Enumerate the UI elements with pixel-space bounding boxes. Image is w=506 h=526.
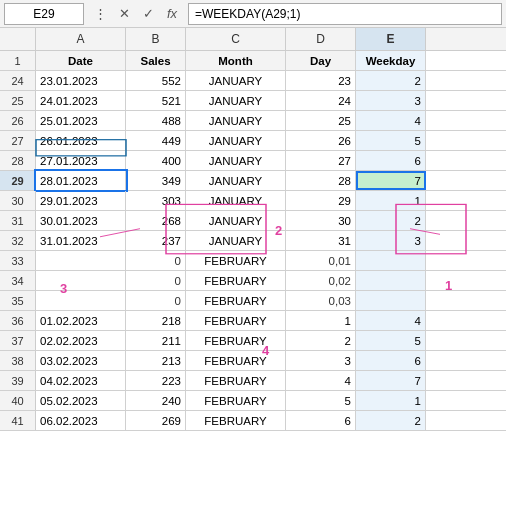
cell-35e[interactable] (356, 291, 426, 310)
col-header-e[interactable]: E (356, 28, 426, 50)
cell-28b[interactable]: 400 (126, 151, 186, 170)
cell-39e[interactable]: 7 (356, 371, 426, 390)
cell-33a[interactable] (36, 251, 126, 270)
cell-40c[interactable]: FEBRUARY (186, 391, 286, 410)
cell-31b[interactable]: 268 (126, 211, 186, 230)
cell-39b[interactable]: 223 (126, 371, 186, 390)
cell-36d[interactable]: 1 (286, 311, 356, 330)
cell-1a[interactable]: Date (36, 51, 126, 70)
cell-30d[interactable]: 29 (286, 191, 356, 210)
cell-25d[interactable]: 24 (286, 91, 356, 110)
cell-25e[interactable]: 3 (356, 91, 426, 110)
name-box[interactable]: E29 (4, 3, 84, 25)
cell-36c[interactable]: FEBRUARY (186, 311, 286, 330)
cell-31e[interactable]: 2 (356, 211, 426, 230)
cell-30c[interactable]: JANUARY (186, 191, 286, 210)
cell-26e[interactable]: 4 (356, 111, 426, 130)
cell-34a[interactable] (36, 271, 126, 290)
cell-39a[interactable]: 04.02.2023 (36, 371, 126, 390)
cell-34b[interactable]: 0 (126, 271, 186, 290)
cell-35d[interactable]: 0,03 (286, 291, 356, 310)
cell-33e[interactable] (356, 251, 426, 270)
cell-24b[interactable]: 552 (126, 71, 186, 90)
cell-33d[interactable]: 0,01 (286, 251, 356, 270)
dots-icon[interactable]: ⋮ (90, 4, 110, 24)
cell-39c[interactable]: FEBRUARY (186, 371, 286, 390)
cell-28a[interactable]: 27.01.2023 (36, 151, 126, 170)
cell-38d[interactable]: 3 (286, 351, 356, 370)
cancel-icon[interactable]: ✕ (114, 4, 134, 24)
cell-34c[interactable]: FEBRUARY (186, 271, 286, 290)
cell-24d[interactable]: 23 (286, 71, 356, 90)
cell-28c[interactable]: JANUARY (186, 151, 286, 170)
cell-32d[interactable]: 31 (286, 231, 356, 250)
cell-41b[interactable]: 269 (126, 411, 186, 430)
cell-36a[interactable]: 01.02.2023 (36, 311, 126, 330)
cell-41e[interactable]: 2 (356, 411, 426, 430)
cell-38e[interactable]: 6 (356, 351, 426, 370)
formula-input[interactable] (188, 3, 502, 25)
cell-31a[interactable]: 30.01.2023 (36, 211, 126, 230)
cell-34d[interactable]: 0,02 (286, 271, 356, 290)
cell-1b[interactable]: Sales (126, 51, 186, 70)
cell-25c[interactable]: JANUARY (186, 91, 286, 110)
cell-41c[interactable]: FEBRUARY (186, 411, 286, 430)
cell-25a[interactable]: 24.01.2023 (36, 91, 126, 110)
cell-30e[interactable]: 1 (356, 191, 426, 210)
col-header-d[interactable]: D (286, 28, 356, 50)
cell-26b[interactable]: 488 (126, 111, 186, 130)
cell-41d[interactable]: 6 (286, 411, 356, 430)
cell-26c[interactable]: JANUARY (186, 111, 286, 130)
cell-27c[interactable]: JANUARY (186, 131, 286, 150)
cell-37d[interactable]: 2 (286, 331, 356, 350)
col-header-b[interactable]: B (126, 28, 186, 50)
cell-38c[interactable]: FEBRUARY (186, 351, 286, 370)
cell-34e[interactable] (356, 271, 426, 290)
cell-29d[interactable]: 28 (286, 171, 356, 190)
cell-26a[interactable]: 25.01.2023 (36, 111, 126, 130)
col-header-a[interactable]: A (36, 28, 126, 50)
cell-28e[interactable]: 6 (356, 151, 426, 170)
cell-36e[interactable]: 4 (356, 311, 426, 330)
cell-1e[interactable]: Weekday (356, 51, 426, 70)
cell-31d[interactable]: 30 (286, 211, 356, 230)
cell-35b[interactable]: 0 (126, 291, 186, 310)
cell-37a[interactable]: 02.02.2023 (36, 331, 126, 350)
cell-40b[interactable]: 240 (126, 391, 186, 410)
cell-24e[interactable]: 2 (356, 71, 426, 90)
cell-24c[interactable]: JANUARY (186, 71, 286, 90)
cell-26d[interactable]: 25 (286, 111, 356, 130)
cell-33c[interactable]: FEBRUARY (186, 251, 286, 270)
cell-29e[interactable]: 7 (356, 171, 426, 190)
cell-37e[interactable]: 5 (356, 331, 426, 350)
cell-29c[interactable]: JANUARY (186, 171, 286, 190)
cell-38a[interactable]: 03.02.2023 (36, 351, 126, 370)
cell-35c[interactable]: FEBRUARY (186, 291, 286, 310)
cell-29b[interactable]: 349 (126, 171, 186, 190)
cell-40e[interactable]: 1 (356, 391, 426, 410)
cell-29a[interactable]: 28.01.2023 (36, 171, 126, 190)
cell-28d[interactable]: 27 (286, 151, 356, 170)
cell-39d[interactable]: 4 (286, 371, 356, 390)
cell-32b[interactable]: 237 (126, 231, 186, 250)
confirm-icon[interactable]: ✓ (138, 4, 158, 24)
cell-35a[interactable] (36, 291, 126, 310)
cell-37c[interactable]: FEBRUARY (186, 331, 286, 350)
cell-40d[interactable]: 5 (286, 391, 356, 410)
cell-24a[interactable]: 23.01.2023 (36, 71, 126, 90)
cell-40a[interactable]: 05.02.2023 (36, 391, 126, 410)
cell-27b[interactable]: 449 (126, 131, 186, 150)
cell-30a[interactable]: 29.01.2023 (36, 191, 126, 210)
cell-36b[interactable]: 218 (126, 311, 186, 330)
cell-27d[interactable]: 26 (286, 131, 356, 150)
cell-27e[interactable]: 5 (356, 131, 426, 150)
cell-1d[interactable]: Day (286, 51, 356, 70)
cell-37b[interactable]: 211 (126, 331, 186, 350)
cell-27a[interactable]: 26.01.2023 (36, 131, 126, 150)
cell-33b[interactable]: 0 (126, 251, 186, 270)
cell-32e[interactable]: 3 (356, 231, 426, 250)
cell-38b[interactable]: 213 (126, 351, 186, 370)
cell-32a[interactable]: 31.01.2023 (36, 231, 126, 250)
cell-41a[interactable]: 06.02.2023 (36, 411, 126, 430)
cell-30b[interactable]: 303 (126, 191, 186, 210)
